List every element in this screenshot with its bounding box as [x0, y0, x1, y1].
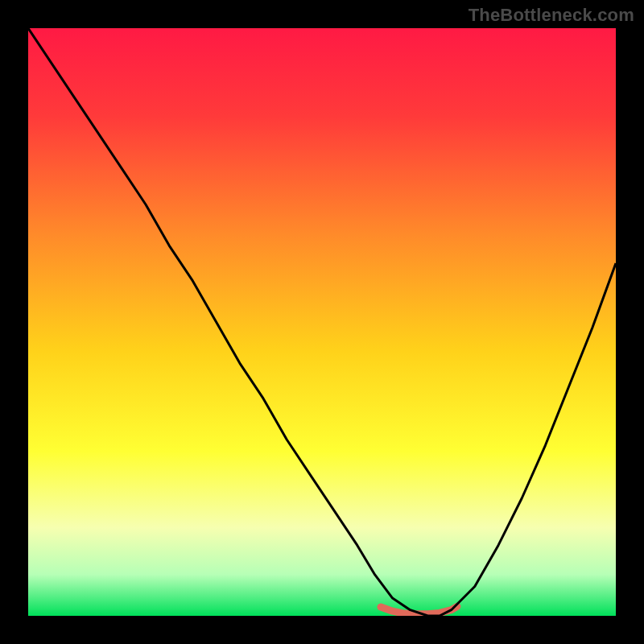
- chart-frame: [28, 28, 616, 616]
- watermark-text: TheBottleneck.com: [469, 5, 634, 26]
- gradient-background: [28, 28, 616, 616]
- bottleneck-chart: [28, 28, 616, 616]
